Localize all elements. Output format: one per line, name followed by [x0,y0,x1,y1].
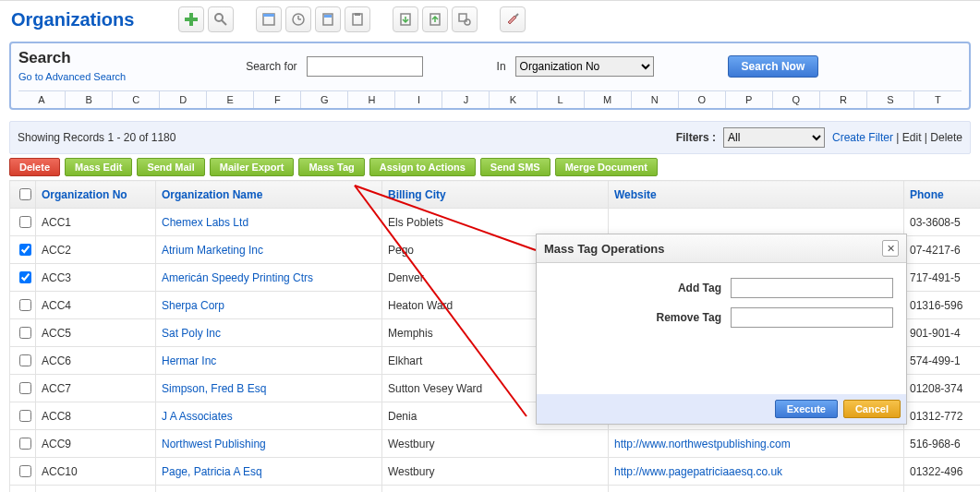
cell-orgname[interactable]: Simpson, Fred B Esq [156,375,382,402]
alpha-F[interactable]: F [254,91,301,108]
settings-icon[interactable] [500,6,526,32]
search-in-select[interactable]: Organization No [515,56,654,77]
advanced-search-link[interactable]: Go to Advanced Search [18,71,126,82]
row-checkbox[interactable] [19,327,31,339]
table-row: ACC11Levinson Axelrod WheatonLake Worthh… [10,486,981,493]
send-sms-button[interactable]: Send SMS [480,158,550,176]
assign-actions-button[interactable]: Assign to Actions [369,158,476,176]
alpha-G[interactable]: G [301,91,348,108]
cell-website[interactable]: http://www.levinsonaxelrodwheaton.com [609,486,904,493]
filters-label: Filters : [676,131,716,144]
alpha-T[interactable]: T [914,91,962,108]
clock-icon[interactable] [285,6,311,32]
alpha-E[interactable]: E [207,91,254,108]
send-mail-button[interactable]: Send Mail [137,158,204,176]
search-heading: Search [18,49,126,67]
alpha-O[interactable]: O [679,91,726,108]
alpha-H[interactable]: H [348,91,395,108]
cell-orgno: ACC1 [36,209,156,236]
cell-orgname[interactable]: Page, Patricia A Esq [156,458,382,486]
cell-orgname[interactable]: Atrium Marketing Inc [156,236,382,264]
cancel-button[interactable]: Cancel [843,400,901,418]
find-dup-icon[interactable] [452,6,478,32]
alpha-J[interactable]: J [442,91,490,108]
merge-document-button[interactable]: Merge Document [555,158,658,176]
cell-phone: 574-499-1 [904,347,981,375]
search-input[interactable] [307,56,423,77]
row-checkbox[interactable] [19,216,31,228]
alpha-N[interactable]: N [632,91,679,108]
close-icon[interactable]: ✕ [882,240,899,257]
col-orgname[interactable]: Organization Name [156,181,382,209]
row-checkbox[interactable] [19,299,31,311]
export-down-icon[interactable] [393,6,418,32]
col-city[interactable]: Billing City [382,181,609,209]
alpha-K[interactable]: K [490,91,537,108]
add-tag-input[interactable] [731,278,893,298]
add-tag-label: Add Tag [620,282,721,294]
row-checkbox[interactable] [19,382,31,394]
row-checkbox[interactable] [19,244,31,256]
row-checkbox[interactable] [19,410,31,422]
delete-filter-link[interactable]: Delete [930,131,962,144]
row-checkbox[interactable] [19,438,31,450]
col-phone[interactable]: Phone [904,181,981,209]
alpha-A[interactable]: A [18,91,66,108]
export-up-icon[interactable] [422,6,448,32]
row-checkbox[interactable] [19,271,31,283]
alpha-R[interactable]: R [820,91,867,108]
filters-select[interactable]: All [723,127,825,148]
cell-phone: 07-4217-6 [904,236,981,264]
col-website[interactable]: Website [609,181,904,209]
alpha-P[interactable]: P [726,91,773,108]
clipboard-icon[interactable] [345,6,370,32]
import-icon[interactable] [256,6,282,32]
select-all-checkbox[interactable] [19,188,31,200]
search-icon[interactable] [208,6,234,32]
alpha-Q[interactable]: Q [773,91,820,108]
cell-orgno: ACC8 [36,402,156,430]
calculator-icon[interactable] [315,6,341,32]
cell-orgno: ACC11 [36,486,156,493]
col-orgno[interactable]: Organization No [36,181,156,209]
cell-city: Westbury [382,430,609,458]
svg-line-17 [515,14,518,17]
delete-button[interactable]: Delete [9,158,60,176]
alpha-I[interactable]: I [395,91,442,108]
cell-website[interactable]: http://www.pagepatriciaaesq.co.uk [609,458,904,486]
svg-rect-10 [324,15,332,18]
row-checkbox[interactable] [19,465,31,477]
execute-button[interactable]: Execute [775,400,838,418]
cell-orgname[interactable]: Americán Speedy Printing Ctrs [156,264,382,292]
add-icon[interactable] [178,6,204,32]
svg-point-2 [215,14,223,21]
cell-orgname[interactable]: Sat Poly Inc [156,319,382,347]
cell-orgno: ACC7 [36,375,156,402]
cell-orgname[interactable]: Chemex Labs Ltd [156,209,382,236]
cell-orgno: ACC6 [36,347,156,375]
alpha-B[interactable]: B [66,91,113,108]
edit-filter-link[interactable]: Edit [902,131,922,144]
create-filter-link[interactable]: Create Filter [832,131,893,144]
mass-tag-button[interactable]: Mass Tag [298,158,364,176]
mass-edit-button[interactable]: Mass Edit [65,158,132,176]
records-text: Showing Records 1 - 20 of 1180 [18,131,175,144]
cell-orgname[interactable]: Northwest Publishing [156,430,382,458]
cell-orgname[interactable]: Hermar Inc [156,347,382,375]
remove-tag-input[interactable] [731,307,893,328]
cell-orgname[interactable]: Sherpa Corp [156,292,382,319]
mailer-export-button[interactable]: Mailer Export [210,158,295,176]
alpha-C[interactable]: C [113,91,160,108]
alpha-D[interactable]: D [160,91,207,108]
cell-orgno: ACC9 [36,430,156,458]
cell-website[interactable]: http://www.northwestpublishing.com [609,430,904,458]
cell-city: Westbury [382,458,609,486]
alpha-S[interactable]: S [867,91,914,108]
alpha-L[interactable]: L [538,91,585,108]
cell-orgname[interactable]: Levinson Axelrod Wheaton [156,486,382,493]
alpha-M[interactable]: M [585,91,632,108]
row-checkbox[interactable] [19,354,31,366]
cell-orgname[interactable]: J A Associates [156,402,382,430]
remove-tag-label: Remove Tag [620,311,721,324]
search-now-button[interactable]: Search Now [728,55,819,78]
